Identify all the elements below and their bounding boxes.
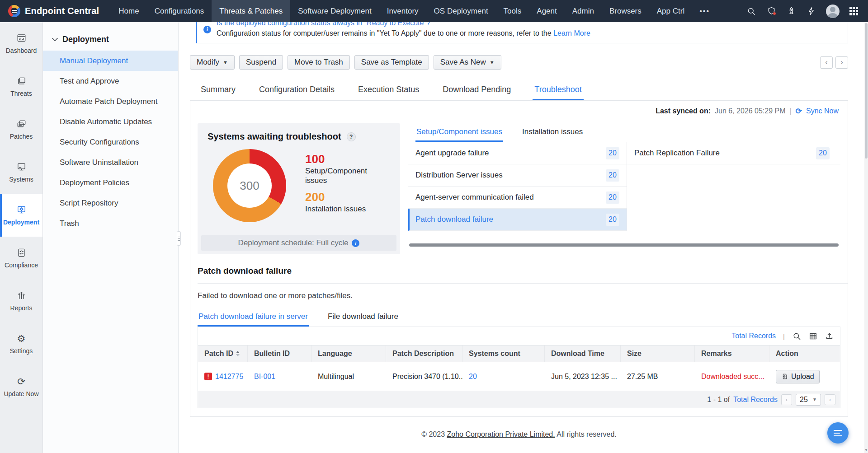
scrollbar-thumb[interactable] (865, 23, 868, 159)
column-chooser-icon[interactable] (808, 332, 817, 341)
tab-installation-issues[interactable]: Installation issues (521, 123, 584, 142)
bulletin-id-link[interactable]: BI-001 (254, 373, 275, 381)
nav-more-menu[interactable]: ••• (692, 0, 717, 22)
sync-refresh-icon[interactable]: ⟳ (796, 107, 802, 116)
tab-patch-download-failure-in-server[interactable]: Patch download failure in server (198, 310, 309, 327)
nav-item-tools[interactable]: Tools (496, 0, 529, 22)
rail-item-deployment[interactable]: Deployment (0, 194, 42, 237)
sidebar-item-script-repository[interactable]: Script Repository (43, 193, 178, 213)
donut-chart[interactable]: 300 (213, 149, 286, 222)
footer: © 2023 Zoho Corporation Private Limited.… (190, 430, 848, 439)
issue-row-distribution-server-issues[interactable]: Distribution Server issues 20 (408, 164, 627, 187)
issue-row-patch-replication-failure[interactable]: Patch Replication Failure 20 (627, 142, 840, 164)
sidebar-item-manual-deployment[interactable]: Manual Deployment (43, 51, 178, 71)
tab-execution-status[interactable]: Execution Status (356, 80, 421, 100)
severity-alert-icon: ! (204, 373, 212, 380)
schedule-info-icon[interactable]: i (352, 239, 359, 247)
page-scrollbar[interactable]: ▼ (864, 22, 868, 453)
issue-row-agent-server-communication-failed[interactable]: Agent-server communication failed 20 (408, 187, 627, 209)
rail-item-update-now[interactable]: ⟳ Update Now (0, 365, 42, 408)
rail-item-threats[interactable]: Threats (0, 65, 42, 108)
brand[interactable]: Endpoint Central (0, 0, 111, 22)
rail-item-settings[interactable]: ⚙ Settings (0, 322, 42, 365)
systems-count-link[interactable]: 20 (469, 373, 477, 381)
export-upload-icon[interactable] (825, 332, 834, 341)
sidebar-item-security-configurations[interactable]: Security Configurations (43, 132, 178, 152)
patch-id-link[interactable]: 1412775 (215, 373, 243, 381)
table-search-icon[interactable] (792, 332, 801, 341)
page-size-select[interactable]: 25▼ (796, 394, 821, 406)
floating-menu-button[interactable] (827, 422, 849, 444)
deployment-sidebar: Deployment Manual Deployment Test and Ap… (43, 22, 179, 453)
tab-summary[interactable]: Summary (199, 80, 237, 100)
apps-grid-icon[interactable] (849, 7, 858, 15)
rocket-icon[interactable] (786, 6, 796, 16)
nav-item-os-deployment[interactable]: OS Deployment (426, 0, 496, 22)
rail-item-compliance[interactable]: Compliance (0, 237, 42, 280)
issue-count[interactable]: 20 (606, 191, 619, 204)
table-header: Patch ID Bulletin ID Language Patch Desc… (198, 345, 840, 362)
rail-item-dashboard[interactable]: Dashboard (0, 22, 42, 65)
col-patch-id[interactable]: Patch ID (198, 346, 248, 362)
rail-item-systems[interactable]: Systems (0, 151, 42, 194)
issue-count[interactable]: 20 (606, 147, 619, 159)
rail-item-reports[interactable]: Reports (0, 280, 42, 322)
sidebar-item-disable-automatic-updates[interactable]: Disable Automatic Updates (43, 112, 178, 132)
nav-item-agent[interactable]: Agent (529, 0, 564, 22)
issue-row-agent-upgrade-failure[interactable]: Agent upgrade failure 20 (408, 142, 627, 164)
sidebar-item-automate-patch-deployment[interactable]: Automate Patch Deployment (43, 91, 178, 112)
learn-more-link[interactable]: Learn More (553, 29, 590, 37)
pagination-next-button[interactable]: › (825, 394, 835, 405)
security-shield-icon[interactable] (766, 6, 776, 16)
upload-button[interactable]: Upload (776, 370, 820, 383)
nav-item-threats-patches[interactable]: Threats & Patches (212, 0, 290, 22)
cell-language: Multilingual (311, 362, 386, 391)
tab-setup-component-issues[interactable]: Setup/Component issues (415, 123, 503, 142)
table-row: ! 1412775 BI-001 Multilingual Precision … (198, 362, 840, 391)
suspend-button[interactable]: Suspend (239, 55, 283, 70)
save-as-new-button[interactable]: Save As New▼ (434, 55, 501, 70)
rail-item-patches[interactable]: Patches (0, 108, 42, 151)
nav-item-home[interactable]: Home (111, 0, 146, 22)
save-as-template-button[interactable]: Save as Template (354, 55, 429, 70)
total-records-link[interactable]: Total Records (731, 332, 776, 340)
pagination-prev-button[interactable]: ‹ (781, 394, 792, 405)
sidebar-item-software-uninstallation[interactable]: Software Uninstallation (43, 152, 178, 173)
banner-question-link[interactable]: Is the deployed configuration status alw… (217, 22, 590, 28)
panel-title: Systems awaiting troubleshoot (208, 131, 341, 142)
tab-configuration-details[interactable]: Configuration Details (257, 80, 336, 100)
tab-download-pending[interactable]: Download Pending (441, 80, 513, 100)
issue-count[interactable]: 20 (606, 214, 619, 226)
sidebar-group-deployment[interactable]: Deployment (43, 22, 178, 51)
sidebar-item-test-and-approve[interactable]: Test and Approve (43, 71, 178, 91)
next-config-button[interactable]: › (835, 56, 848, 69)
pagination-total-records-link[interactable]: Total Records (733, 396, 778, 404)
prev-config-button[interactable]: ‹ (820, 56, 833, 69)
nav-item-inventory[interactable]: Inventory (379, 0, 426, 22)
zoho-link[interactable]: Zoho Corporation Private Limited. (447, 430, 555, 438)
caret-down-icon: ▼ (223, 60, 228, 65)
nav-item-admin[interactable]: Admin (565, 0, 602, 22)
issue-count[interactable]: 20 (816, 147, 830, 159)
sidebar-item-deployment-policies[interactable]: Deployment Policies (43, 173, 178, 193)
nav-item-software-deployment[interactable]: Software Deployment (290, 0, 379, 22)
issue-count[interactable]: 20 (606, 169, 619, 182)
nav-item-browsers[interactable]: Browsers (602, 0, 649, 22)
sidebar-resize-grip[interactable] (177, 231, 181, 246)
nav-item-configurations[interactable]: Configurations (147, 0, 212, 22)
horizontal-scrollbar[interactable] (409, 243, 839, 247)
tab-file-download-failure[interactable]: File download failure (327, 310, 399, 327)
tab-troubleshoot[interactable]: Troubleshoot (533, 80, 583, 100)
quick-actions-flash-icon[interactable] (806, 6, 816, 16)
nav-item-app-ctrl[interactable]: App Ctrl (649, 0, 692, 22)
sidebar-item-trash[interactable]: Trash (43, 213, 178, 234)
move-to-trash-button[interactable]: Move to Trash (288, 55, 350, 70)
user-avatar[interactable] (826, 5, 840, 18)
modify-button[interactable]: Modify▼ (190, 55, 235, 70)
search-icon[interactable] (746, 6, 756, 16)
scrollbar-down-arrow[interactable]: ▼ (864, 448, 868, 452)
sync-now-link[interactable]: Sync Now (806, 107, 839, 115)
sort-icon[interactable] (236, 351, 240, 356)
issue-row-patch-download-failure[interactable]: Patch download failure 20 (408, 209, 627, 231)
help-icon[interactable]: ? (347, 132, 356, 141)
